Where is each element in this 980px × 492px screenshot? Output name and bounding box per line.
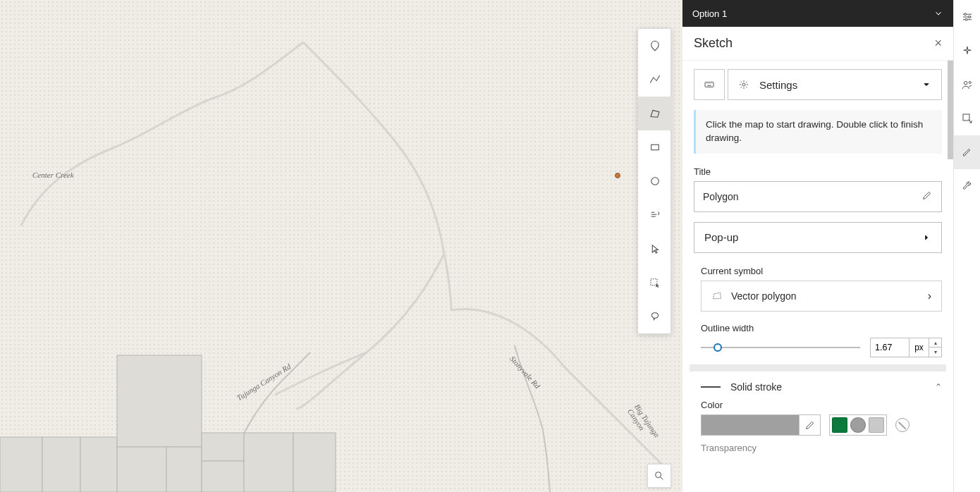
- svg-point-20: [969, 82, 971, 84]
- stepper-up[interactable]: ▴: [929, 338, 941, 348]
- no-color-button[interactable]: [895, 418, 909, 432]
- svg-rect-6: [202, 433, 244, 461]
- svg-point-16: [964, 13, 967, 16]
- popup-label: Pop-up: [704, 231, 738, 243]
- svg-rect-7: [202, 461, 244, 492]
- color-label: Color: [701, 400, 942, 410]
- scrollbar-thumb[interactable]: [948, 61, 953, 159]
- panel-header: Sketch ×: [682, 27, 953, 61]
- rail-tools[interactable]: [954, 169, 980, 203]
- brush-icon: [961, 146, 974, 159]
- title-input[interactable]: [703, 191, 921, 202]
- pencil-icon: [804, 419, 816, 431]
- svg-point-15: [742, 83, 745, 86]
- section-divider: [690, 364, 946, 371]
- panel-title: Sketch: [694, 36, 733, 51]
- map-point-marker: [615, 173, 620, 178]
- option-bar-label: Option 1: [692, 8, 727, 19]
- chevron-right-icon: [921, 233, 931, 242]
- symbol-picker-row[interactable]: Vector polygon ›: [701, 281, 942, 312]
- rail-effects[interactable]: [954, 34, 980, 68]
- svg-rect-10: [651, 144, 659, 150]
- map-linework: [0, 0, 682, 492]
- title-input-container: [694, 181, 942, 212]
- map-canvas[interactable]: Center Creek Tujunga Canyon Rd Stonyvale…: [0, 0, 682, 492]
- svg-rect-4: [117, 447, 166, 492]
- edit-square-icon: [961, 112, 974, 125]
- svg-rect-9: [293, 433, 336, 492]
- tool-point[interactable]: [638, 29, 672, 63]
- rail-sketch[interactable]: [954, 135, 980, 169]
- current-symbol-label: Current symbol: [701, 266, 942, 276]
- rail-edit[interactable]: [954, 102, 980, 135]
- svg-point-11: [651, 178, 659, 185]
- tool-select-rect[interactable]: [638, 266, 672, 300]
- popup-config-row[interactable]: Pop-up: [694, 222, 942, 253]
- outline-width-input[interactable]: [870, 338, 909, 357]
- tool-annotation[interactable]: [638, 300, 672, 333]
- sketch-panel: Option 1 Sketch × Settings: [682, 0, 953, 492]
- chevron-right-icon: ›: [928, 290, 931, 302]
- svg-point-13: [656, 472, 661, 478]
- outline-width-unit: px: [909, 338, 929, 357]
- tool-polygon[interactable]: [638, 97, 672, 130]
- svg-rect-0: [0, 437, 42, 492]
- option-bar[interactable]: Option 1: [682, 0, 953, 27]
- gear-icon: [738, 79, 749, 90]
- tool-circle[interactable]: [638, 164, 672, 198]
- current-color-swatch[interactable]: [702, 415, 799, 435]
- color-swatch-set: [829, 414, 887, 436]
- people-icon: [961, 78, 974, 91]
- stroke-preview-icon: [701, 386, 721, 388]
- svg-rect-5: [166, 447, 202, 492]
- sparkle-icon: [961, 44, 974, 57]
- svg-rect-2: [80, 437, 117, 492]
- color-swatch-2[interactable]: [850, 417, 866, 433]
- color-edit-button[interactable]: [799, 415, 820, 435]
- tool-line[interactable]: [638, 63, 672, 97]
- close-icon[interactable]: ×: [934, 36, 942, 51]
- wrench-icon: [961, 180, 974, 192]
- svg-point-19: [964, 82, 968, 85]
- outline-width-slider[interactable]: [701, 347, 860, 348]
- rail-share[interactable]: [954, 68, 980, 102]
- edit-icon[interactable]: [921, 190, 933, 203]
- tool-select[interactable]: [638, 232, 672, 266]
- info-callout: Click the map to start drawing. Double c…: [694, 110, 942, 154]
- transparency-label: Transparency: [701, 443, 942, 453]
- sliders-icon: [961, 11, 974, 23]
- right-rail: [953, 0, 980, 492]
- settings-label: Settings: [759, 79, 797, 91]
- slider-thumb[interactable]: [713, 343, 722, 352]
- svg-point-18: [965, 18, 967, 20]
- svg-rect-14: [705, 82, 713, 87]
- rail-configure[interactable]: [954, 0, 980, 34]
- settings-dropdown[interactable]: Settings: [728, 69, 942, 100]
- map-search-button[interactable]: [647, 464, 671, 488]
- tool-rectangle[interactable]: [638, 130, 672, 164]
- chevron-down-icon: [933, 8, 943, 18]
- keyboard-shortcuts-button[interactable]: [694, 69, 725, 100]
- color-input: [701, 414, 821, 436]
- symbol-name: Vector polygon: [731, 290, 797, 302]
- outline-width-label: Outline width: [701, 323, 942, 333]
- color-swatch-3[interactable]: [869, 417, 884, 433]
- tool-text[interactable]: [638, 198, 672, 232]
- outline-width-number: px ▴ ▾: [870, 338, 942, 357]
- stroke-style-row[interactable]: Solid stroke ⌃: [701, 379, 942, 400]
- color-swatch-1[interactable]: [832, 417, 847, 433]
- svg-rect-8: [244, 433, 293, 492]
- polygon-symbol-icon: [711, 290, 723, 302]
- chevron-down-icon: [921, 80, 931, 90]
- svg-point-17: [969, 16, 971, 18]
- chevron-up-icon: ⌃: [935, 382, 942, 392]
- svg-rect-1: [42, 437, 80, 492]
- title-label: Title: [694, 166, 942, 177]
- stroke-style-label: Solid stroke: [730, 381, 782, 393]
- svg-rect-3: [117, 355, 202, 447]
- stepper-down[interactable]: ▾: [929, 348, 941, 357]
- drawing-tool-strip: [637, 28, 671, 334]
- keyboard-icon: [704, 79, 715, 90]
